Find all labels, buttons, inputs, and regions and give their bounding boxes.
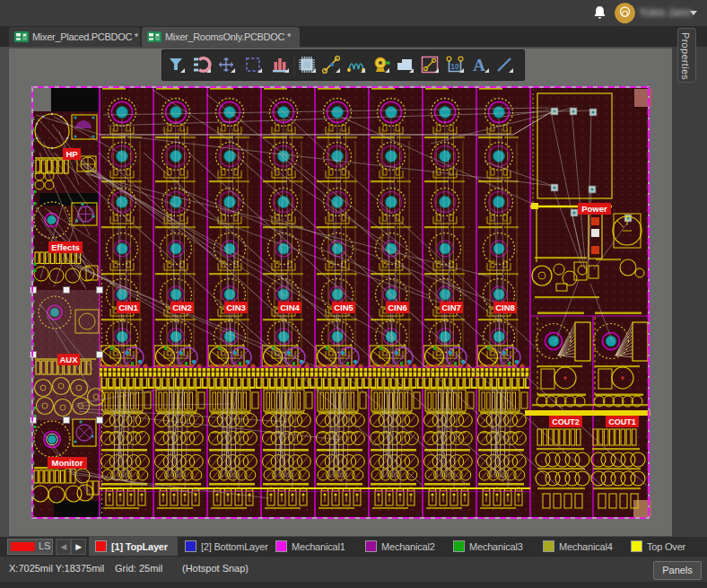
svg-text:CIN3: CIN3 <box>226 303 246 312</box>
svg-text:AUX: AUX <box>59 355 78 364</box>
svg-text:CIN4: CIN4 <box>280 303 300 312</box>
svg-text:CIN7: CIN7 <box>441 303 461 312</box>
svg-text:10: 10 <box>450 62 459 71</box>
svg-text:Power: Power <box>581 204 607 214</box>
svg-text:CIN6: CIN6 <box>388 303 407 312</box>
svg-text:CIN2: CIN2 <box>172 303 192 312</box>
svg-text:A: A <box>473 56 485 75</box>
svg-text:CIN8: CIN8 <box>495 303 515 312</box>
svg-text:Monitor: Monitor <box>52 458 83 468</box>
svg-text:CIN5: CIN5 <box>334 303 354 312</box>
svg-text:Effects: Effects <box>51 242 80 252</box>
svg-text:CIN1: CIN1 <box>118 303 138 312</box>
svg-text:COUT1: COUT1 <box>608 417 636 426</box>
svg-text:HP: HP <box>65 149 78 159</box>
svg-text:COUT2: COUT2 <box>552 417 580 426</box>
